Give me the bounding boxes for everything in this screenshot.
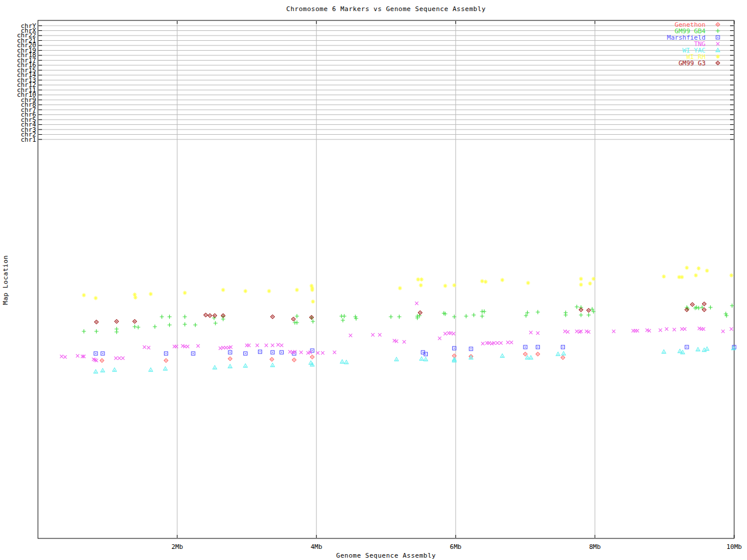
data-point-tng <box>575 330 579 333</box>
legend-marker-diamond-dot-icon <box>717 24 718 25</box>
data-point-wi-rh <box>500 278 504 282</box>
data-point-wi-rh <box>697 267 701 271</box>
data-point-wi-rh <box>295 288 299 292</box>
data-point-tng <box>659 328 662 332</box>
data-point-gm99-g3 <box>210 315 211 316</box>
data-point-wi-yac <box>346 362 347 363</box>
legend-label: GM99 G3 <box>679 60 706 67</box>
chr-label: chr1 <box>21 136 37 144</box>
data-point-tng <box>729 327 733 331</box>
data-point-wi-yac <box>214 368 215 369</box>
data-point-gm99-g3 <box>214 315 215 316</box>
data-point-tng <box>566 330 570 334</box>
legend-marker-cross-icon <box>716 42 720 46</box>
data-point-tng <box>449 331 453 335</box>
data-point-tng <box>143 345 146 349</box>
data-point-wi-yac <box>682 352 683 354</box>
legend-marker-plus-icon <box>716 29 720 33</box>
data-point-tng <box>224 346 228 349</box>
data-point-tng <box>496 341 500 345</box>
data-point-gm99-gb4 <box>472 313 476 317</box>
data-point-wi-rh <box>398 286 402 290</box>
data-point-gm99-g3 <box>134 321 135 322</box>
data-point-gm99-g3 <box>704 309 705 310</box>
data-point-gm99-gb4 <box>342 314 346 318</box>
data-point-tng <box>452 332 455 335</box>
data-point-gm99-gb4 <box>389 315 393 319</box>
data-point-gm99-gb4 <box>397 315 402 319</box>
data-point-tng <box>256 344 259 347</box>
data-point-wi-yac <box>229 366 231 368</box>
scatter-plot-canvas: chrYchrXchr22chr21chr20chr19chr18chr17ch… <box>0 0 747 560</box>
data-point-wi-yac <box>149 368 153 372</box>
data-point-tng <box>114 356 118 360</box>
data-point-wi-yac <box>664 352 665 353</box>
data-point-tng <box>444 332 447 335</box>
data-point-genethon <box>102 360 103 361</box>
data-point-tng <box>680 327 684 331</box>
legend-marker-diamond-dot-icon <box>717 62 718 64</box>
data-point-wi-yac <box>344 360 348 364</box>
x-tick-label: 10Mb <box>727 543 742 551</box>
data-point-wi-rh <box>420 278 424 282</box>
data-point-genethon <box>271 359 273 360</box>
data-point-gm99-g3 <box>581 309 582 310</box>
data-point-gm99-g3 <box>311 317 312 318</box>
data-point-marshfield <box>425 354 427 355</box>
data-point-tng <box>219 346 222 350</box>
data-point-wi-rh <box>694 274 698 278</box>
data-point-wi-yac <box>525 356 529 359</box>
data-point-tng <box>481 342 485 345</box>
legend: GenethonGM99 GB4MarshfieldTNGWI YACWI RH… <box>667 21 720 67</box>
legend-marker-triangle-dot-icon <box>717 50 718 51</box>
legend-marker-square-dot-icon <box>717 37 718 38</box>
data-point-wi-rh <box>662 275 666 279</box>
data-point-marshfield <box>95 353 96 354</box>
data-point-gm99-gb4 <box>311 320 315 324</box>
data-point-wi-yac <box>679 351 680 352</box>
data-point-wi-rh <box>311 300 315 304</box>
data-point-tng <box>378 333 382 337</box>
data-point-gm99-gb4 <box>564 313 568 317</box>
data-point-gm99-gb4 <box>464 314 468 318</box>
data-point-wi-rh <box>685 266 689 270</box>
data-point-genethon <box>525 354 526 355</box>
data-point-wi-yac <box>707 349 708 350</box>
data-point-marshfield <box>454 348 455 349</box>
data-point-wi-rh <box>183 291 187 295</box>
series-wi-rh <box>82 266 733 304</box>
data-point-tng <box>612 330 616 333</box>
data-point-gm99-gb4 <box>82 330 86 334</box>
data-point-marshfield <box>245 353 246 354</box>
data-point-wi-rh <box>221 288 225 292</box>
data-point-wi-rh <box>443 284 447 288</box>
x-grid: 2Mb4Mb6Mb8Mb10Mb <box>172 21 742 551</box>
data-point-wi-rh <box>484 280 488 284</box>
data-point-genethon <box>312 356 313 358</box>
data-point-wi-rh <box>82 293 86 298</box>
data-point-wi-yac <box>95 372 96 373</box>
data-point-wi-yac <box>150 370 151 371</box>
data-point-tng <box>487 341 491 345</box>
data-point-wi-yac <box>470 358 472 359</box>
data-point-tng <box>333 351 336 354</box>
data-point-tng <box>60 355 64 358</box>
data-point-wi-yac <box>563 354 564 355</box>
data-point-wi-yac <box>213 366 217 369</box>
data-point-tng <box>64 355 67 359</box>
data-point-gm99-gb4 <box>114 330 118 334</box>
data-point-wi-yac <box>420 357 424 360</box>
data-point-marshfield <box>525 346 526 348</box>
data-point-tng <box>118 356 121 360</box>
data-point-genethon <box>563 357 564 358</box>
data-point-gm99-gb4 <box>95 330 99 334</box>
data-point-wi-rh <box>243 289 247 293</box>
data-point-marshfield <box>102 353 103 354</box>
data-point-marshfield <box>423 352 424 353</box>
data-point-tng <box>265 344 268 347</box>
data-point-wi-yac <box>530 358 532 359</box>
data-point-marshfield <box>260 351 261 352</box>
data-point-gm99-g3 <box>205 314 207 316</box>
data-point-wi-yac <box>395 358 399 361</box>
data-point-gm99-gb4 <box>341 318 345 323</box>
